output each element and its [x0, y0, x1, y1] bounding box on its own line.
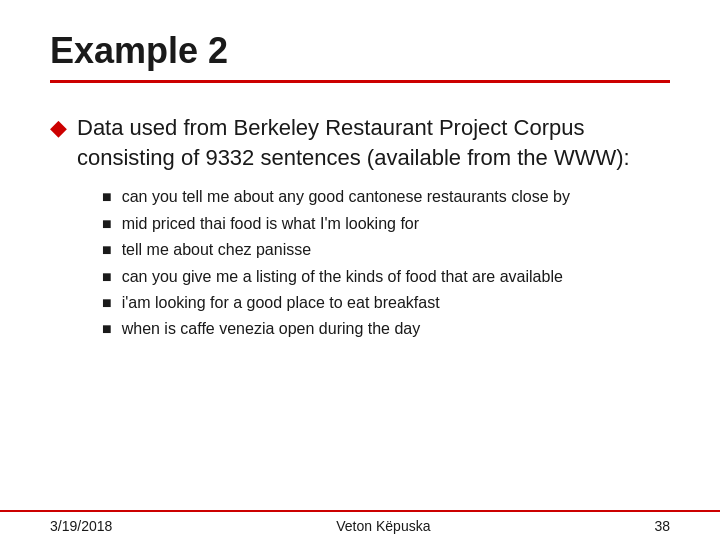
diamond-icon: ◆ — [50, 115, 67, 141]
square-bullet-icon-3: ■ — [102, 241, 112, 259]
sub-bullet-text-3: tell me about chez panisse — [122, 239, 311, 261]
main-bullet-text: Data used from Berkeley Restaurant Proje… — [77, 113, 670, 172]
footer: 3/19/2018 Veton Këpuska 38 — [0, 510, 720, 540]
main-bullet: ◆ Data used from Berkeley Restaurant Pro… — [50, 113, 670, 172]
square-bullet-icon-5: ■ — [102, 294, 112, 312]
sub-bullet-text-4: can you give me a listing of the kinds o… — [122, 266, 563, 288]
sub-bullet-item-4: ■ can you give me a listing of the kinds… — [102, 266, 670, 288]
sub-bullet-text-5: i'am looking for a good place to eat bre… — [122, 292, 440, 314]
sub-bullet-item-3: ■ tell me about chez panisse — [102, 239, 670, 261]
title-underline — [50, 80, 670, 83]
title-area: Example 2 — [50, 30, 670, 83]
square-bullet-icon-2: ■ — [102, 215, 112, 233]
footer-page-number: 38 — [654, 518, 670, 534]
footer-author: Veton Këpuska — [336, 518, 430, 534]
sub-bullets-list: ■ can you tell me about any good cantone… — [102, 186, 670, 344]
square-bullet-icon-6: ■ — [102, 320, 112, 338]
footer-date: 3/19/2018 — [50, 518, 112, 534]
square-bullet-icon-4: ■ — [102, 268, 112, 286]
sub-bullet-text-2: mid priced thai food is what I'm looking… — [122, 213, 419, 235]
sub-bullet-text-1: can you tell me about any good cantonese… — [122, 186, 570, 208]
sub-bullet-item-6: ■ when is caffe venezia open during the … — [102, 318, 670, 340]
slide: Example 2 ◆ Data used from Berkeley Rest… — [0, 0, 720, 540]
square-bullet-icon-1: ■ — [102, 188, 112, 206]
slide-title: Example 2 — [50, 30, 670, 72]
sub-bullet-item-1: ■ can you tell me about any good cantone… — [102, 186, 670, 208]
sub-bullet-text-6: when is caffe venezia open during the da… — [122, 318, 421, 340]
sub-bullet-item-2: ■ mid priced thai food is what I'm looki… — [102, 213, 670, 235]
sub-bullet-item-5: ■ i'am looking for a good place to eat b… — [102, 292, 670, 314]
